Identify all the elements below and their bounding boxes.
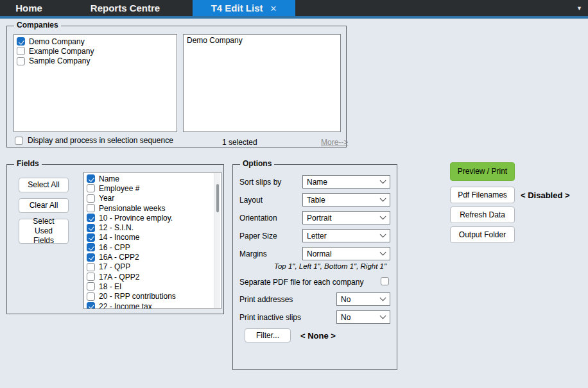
pdf-filenames-status: < Disabled > [521,190,570,200]
field-label: Year [99,194,114,203]
field-list-item[interactable]: 16A - CPP2 [84,252,221,262]
chevron-down-icon [380,249,386,256]
company-list-item[interactable]: Sample Company [14,56,177,66]
company-checkbox[interactable] [17,57,25,65]
company-label: Sample Company [29,56,90,65]
selected-count: 1 selected [222,138,257,147]
chevron-down-icon [380,196,386,202]
field-list-item[interactable]: Pensionable weeks [84,203,221,213]
margins-select[interactable]: Normal [302,247,390,260]
tab-t4-edit-list[interactable]: T4 Edit List ✕ [193,0,295,16]
companies-group: Companies Demo Company Example Company S… [6,26,347,148]
field-checkbox[interactable] [87,204,95,212]
field-list-item[interactable]: Employee # [84,183,221,193]
layout-label: Layout [239,196,263,205]
field-checkbox[interactable] [87,194,95,203]
tab-home[interactable]: Home [0,0,58,16]
fields-group-title: Fields [14,159,42,168]
field-list-item[interactable]: 17A - QPP2 [84,272,221,282]
print-addresses-select[interactable]: No [336,292,390,306]
chevron-down-icon[interactable]: ▼ [576,5,582,12]
separate-pdf-label: Separate PDF file for each company [239,278,363,287]
close-icon[interactable]: ✕ [270,4,277,13]
margins-label: Margins [239,249,267,258]
sequence-checkbox[interactable] [15,137,23,145]
company-list-item[interactable]: Demo Company [14,37,177,46]
paper-size-select[interactable]: Letter [302,229,390,242]
print-addresses-value: No [341,295,350,304]
print-addresses-label: Print addresses [239,295,293,304]
field-label: 18 - EI [99,282,121,291]
field-list-item[interactable]: Year [84,194,221,203]
company-checkbox[interactable] [17,47,25,55]
field-checkbox[interactable] [87,273,95,281]
field-list-item[interactable]: 12 - S.I.N. [84,223,221,232]
field-list-item[interactable]: 22 - Income tax [84,301,221,309]
field-label: Name [99,174,119,183]
sort-slips-by-label: Sort slips by [239,178,281,187]
field-list-item[interactable]: 10 - Province employ. [84,213,221,223]
field-label: 22 - Income tax [99,302,152,310]
filter-button[interactable]: Filter... [245,328,291,342]
tab-label: T4 Edit List [211,3,263,13]
company-list-item[interactable]: Example Company [14,46,177,56]
print-inactive-slips-select[interactable]: No [336,310,390,324]
filter-value: < None > [300,331,336,341]
field-list-item[interactable]: 17 - QPP [84,262,221,272]
orientation-label: Orientation [239,214,277,223]
fields-group: Fields Select All Clear All Select Used … [6,164,224,314]
field-list-item[interactable]: 14 - Income [84,233,221,242]
options-group: Options Sort slips by Name Layout Table … [232,164,397,370]
field-checkbox[interactable] [87,243,95,251]
field-checkbox[interactable] [87,174,95,183]
field-list-item[interactable]: 20 - RPP contributions [84,292,221,301]
preview-print-button[interactable]: Preview / Print [450,162,515,181]
field-checkbox[interactable] [87,184,95,192]
field-checkbox[interactable] [87,282,95,291]
layout-value: Table [307,196,325,205]
field-label: 20 - RPP contributions [99,292,176,301]
app-window: Home Reports Centre T4 Edit List ✕ ▼ Com… [0,0,588,388]
company-checkbox[interactable] [17,37,25,46]
sequence-option[interactable]: Display and process in selection sequenc… [15,136,173,145]
separate-pdf-checkbox[interactable] [381,277,389,285]
more-link[interactable]: More--> [321,138,348,147]
field-checkbox[interactable] [87,263,95,271]
output-folder-button[interactable]: Output Folder [450,226,515,243]
fields-scrollbar[interactable] [214,173,220,308]
select-all-button[interactable]: Select All [19,178,69,192]
selected-companies-list[interactable]: Demo Company [183,34,341,132]
field-checkbox[interactable] [87,292,95,301]
sort-slips-by-select[interactable]: Name [302,175,390,189]
field-list-item[interactable]: Name [84,174,221,183]
field-list-item[interactable]: 16 - CPP [84,242,221,252]
refresh-data-button[interactable]: Refresh Data [450,207,515,223]
companies-checklist[interactable]: Demo Company Example Company Sample Comp… [13,34,177,132]
print-inactive-slips-label: Print inactive slips [239,313,301,322]
field-checkbox[interactable] [87,214,95,222]
layout-select[interactable]: Table [302,193,390,207]
field-label: 17 - QPP [99,262,130,271]
pdf-filenames-button[interactable]: Pdf Filenames [450,187,515,203]
field-label: 16 - CPP [99,243,130,252]
tab-reports-centre[interactable]: Reports Centre [58,0,193,16]
field-checkbox[interactable] [87,302,95,309]
field-checkbox[interactable] [87,233,95,242]
orientation-select[interactable]: Portrait [302,211,390,224]
fields-checklist[interactable]: Name Employee # Year Pensionable weeks 1… [83,172,221,309]
field-checkbox[interactable] [87,224,95,232]
selected-company-item[interactable]: Demo Company [184,35,340,45]
paper-size-label: Paper Size [239,232,277,240]
options-group-title: Options [240,159,274,168]
chevron-down-icon [380,295,386,301]
fields-scrollbar-thumb[interactable] [216,184,219,212]
orientation-value: Portrait [307,214,332,223]
clear-all-button[interactable]: Clear All [19,198,69,213]
field-label: 10 - Province employ. [99,214,173,223]
margins-note: Top 1", Left 1", Bottom 1", Right 1" [274,262,386,270]
chevron-down-icon [380,214,386,220]
sort-slips-by-value: Name [307,178,327,187]
select-used-fields-button[interactable]: Select Used Fields [19,219,69,244]
field-list-item[interactable]: 18 - EI [84,282,221,291]
field-checkbox[interactable] [87,253,95,262]
